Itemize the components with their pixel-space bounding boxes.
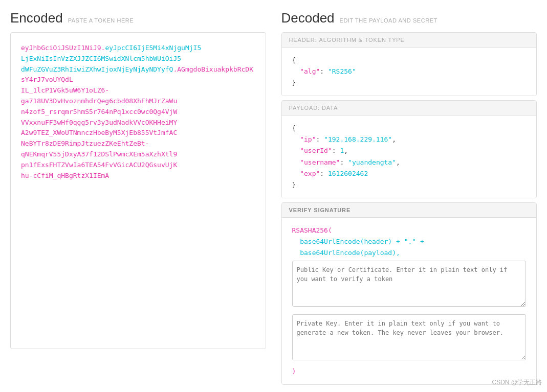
verify-closing: ) <box>292 367 296 375</box>
verify-section: VERIFY SIGNATURE RSASHA256( base64UrlEnc… <box>281 202 537 385</box>
token-part1: eyJhbGciOiJSUzI1NiJ9 <box>21 44 101 52</box>
encoded-header: Encoded PASTE A TOKEN HERE <box>10 10 266 26</box>
public-key-input[interactable] <box>292 261 527 307</box>
main-container: Encoded PASTE A TOKEN HERE eyJhbGciOiJSU… <box>0 0 547 392</box>
header-content: { "alg": "RS256" } <box>282 48 537 96</box>
payload-content: { "ip": "192.168.229.116", "userId": 1, … <box>282 116 537 198</box>
encoded-subtitle: PASTE A TOKEN HERE <box>68 17 134 24</box>
verify-content: RSASHA256( base64UrlEncode(header) + "."… <box>282 218 537 385</box>
payload-section: PAYLOAD: DATA { "ip": "192.168.229.116",… <box>281 100 537 198</box>
verify-line1: base64UrlEncode(header) + "." + <box>300 238 424 245</box>
encoded-title: Encoded <box>10 10 63 26</box>
verify-fn-name: RSASHA256( <box>292 226 332 234</box>
header-section: HEADER: ALGORITHM & TOKEN TYPE { "alg": … <box>281 32 537 96</box>
token-part3: AGmgdoBixuakpkbRcDKsY4rJ7voUYQdLIL_1lcP1… <box>21 65 253 179</box>
verify-line2: base64UrlEncode(payload), <box>300 249 400 257</box>
decoded-title: Decoded <box>281 10 335 26</box>
payload-label: PAYLOAD: DATA <box>282 101 537 116</box>
private-key-input[interactable] <box>292 314 527 360</box>
encoded-token-box[interactable]: eyJhbGciOiJSUzI1NiJ9.eyJpcCI6IjE5Mi4xNjg… <box>10 32 266 349</box>
decoded-subtitle: EDIT THE PAYLOAD AND SECRET <box>340 17 437 24</box>
verify-label: VERIFY SIGNATURE <box>282 203 537 218</box>
decoded-panel: Decoded EDIT THE PAYLOAD AND SECRET HEAD… <box>281 10 537 385</box>
header-label: HEADER: ALGORITHM & TOKEN TYPE <box>282 33 537 48</box>
encoded-panel: Encoded PASTE A TOKEN HERE eyJhbGciOiJSU… <box>10 10 266 385</box>
watermark: CSDN @学无正路 <box>492 378 542 387</box>
decoded-header: Decoded EDIT THE PAYLOAD AND SECRET <box>281 10 537 26</box>
